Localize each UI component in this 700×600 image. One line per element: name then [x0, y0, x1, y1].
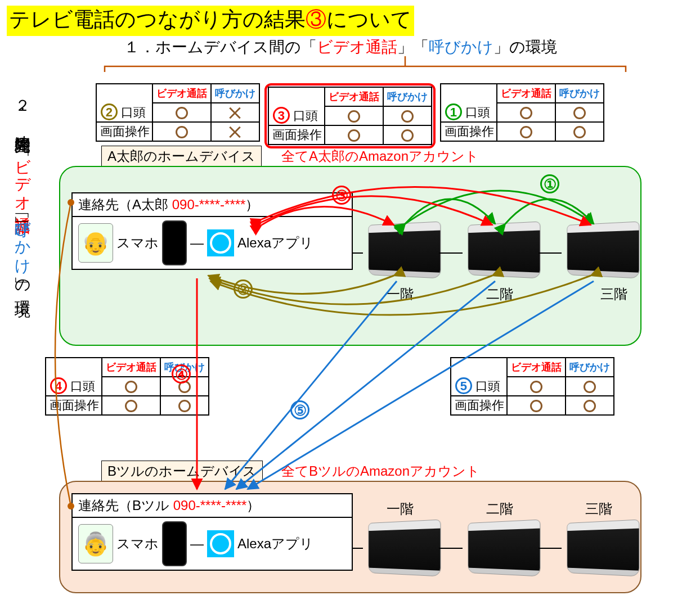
- floor-2-label-b: 二階: [486, 500, 513, 518]
- echo-device-1f-b: [364, 521, 440, 575]
- floor-3-label-b: 三階: [585, 500, 612, 518]
- group-b-account-label: 全てBツルのAmazonアカウント: [281, 462, 480, 480]
- page-title: テレビ電話のつながり方の結果③について: [7, 6, 414, 36]
- group-a-device-label: A太郎のホームデバイス: [101, 146, 262, 167]
- avatar-b-icon: 👵: [78, 524, 113, 563]
- arrow-label-1: ①: [540, 174, 559, 193]
- arrow-label-4: ④: [172, 364, 191, 384]
- contact-a-body: 👴 スマホ ― Alexaアプリ: [73, 217, 352, 269]
- echo-device-3f-a: [563, 223, 639, 277]
- arrow-label-5: ⑤: [290, 400, 309, 419]
- floor-1-label-b: 一階: [387, 500, 414, 518]
- contact-b-box: 連絡先（Bツル 090-****-****） 👵 スマホ ― Alexaアプリ: [71, 493, 353, 571]
- echo-device-2f-b: [464, 521, 540, 575]
- smartphone-icon: [162, 220, 187, 265]
- matrix-table: ビデオ通話呼びかけ 5 口頭 画面操作: [450, 357, 614, 416]
- echo-device-1f-a: [364, 223, 440, 277]
- floor-3-label-a: 三階: [600, 285, 627, 303]
- title-num: ③: [306, 8, 326, 31]
- top-tables: ビデオ通話呼びかけ 2 口頭 画面操作 ビデオ通話呼びかけ 3 口頭 画面操作 …: [96, 83, 604, 148]
- title-pre: テレビ電話のつながり方の結果: [9, 8, 306, 31]
- echo-device-2f-a: [464, 223, 540, 277]
- section2-heading: ２．連絡先間の「ビデオ通話」「呼びかけ」の環境: [11, 89, 33, 290]
- group-a-account-label: 全てA太郎のAmazonアカウント: [281, 147, 479, 165]
- alexa-app-icon: [207, 530, 234, 557]
- contact-b-body: 👵 スマホ ― Alexaアプリ: [73, 518, 352, 570]
- title-post: について: [326, 8, 412, 31]
- contact-a-box: 連絡先（A太郎 090-****-****） 👴 スマホ ― Alexaアプリ: [71, 192, 353, 270]
- floor-1-label-a: 一階: [387, 285, 414, 303]
- alexa-app-icon: [207, 229, 234, 256]
- floor-2-label-a: 二階: [486, 285, 513, 303]
- arrow-label-2: ②: [234, 279, 253, 299]
- smartphone-icon: [162, 521, 187, 566]
- group-b-panel: 連絡先（Bツル 090-****-****） 👵 スマホ ― Alexaアプリ …: [59, 481, 641, 593]
- contact-a-header: 連絡先（A太郎 090-****-****）: [73, 193, 352, 217]
- echo-device-3f-b: [563, 521, 639, 575]
- table-5: ビデオ通話呼びかけ 5 口頭 画面操作: [450, 357, 614, 416]
- section1-heading: １．ホームデバイス間の「ビデオ通話」「呼びかけ」の環境: [124, 37, 557, 58]
- contact-b-header: 連絡先（Bツル 090-****-****）: [73, 494, 352, 518]
- avatar-a-icon: 👴: [78, 223, 113, 263]
- matrix-table: ビデオ通話呼びかけ 2 口頭 画面操作: [96, 83, 260, 142]
- matrix-table: ビデオ通話呼びかけ 3 口頭 画面操作: [268, 87, 432, 145]
- matrix-table: ビデオ通話呼びかけ 1 口頭 画面操作: [440, 83, 604, 142]
- arrow-label-3: ③: [332, 186, 351, 205]
- group-b-device-label: Bツルのホームデバイス: [101, 461, 263, 482]
